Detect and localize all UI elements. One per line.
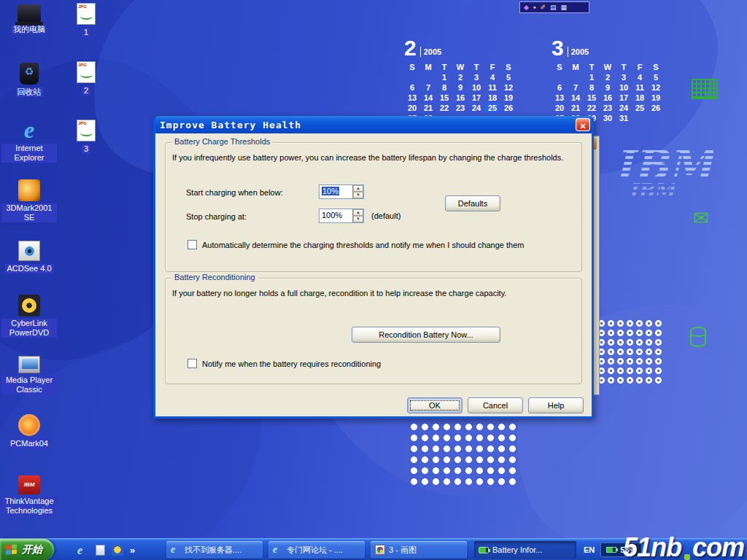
media-player-classic-icon [18,356,40,373]
icon-label: CyberLink PowerDVD [1,319,57,338]
calendar-day: 9 [452,82,468,93]
close-icon [579,119,586,131]
start-button[interactable]: 开始 [0,539,54,560]
pen-icon[interactable]: ✐ [541,4,546,11]
spin-down-button[interactable] [353,192,363,198]
icon-label: ACDSee 4.0 [5,264,53,273]
recondition-battery-button[interactable]: Recondition Battery Now... [352,327,500,343]
calendar-day: 30 [600,113,616,123]
desktop-icon-powerdvd[interactable]: CyberLink PowerDVD [1,295,57,338]
watermark-dot-icon [684,554,690,560]
calendar-day-header: M [420,62,436,72]
ie-quick-launch-icon[interactable] [77,544,89,556]
task-button-server-not-found[interactable]: 找不到服务器.... [166,541,263,559]
calendar-day: 21 [568,103,584,113]
calendar-day: 11 [484,82,500,93]
calendar-day: 3 [616,72,632,82]
calendar-day [568,72,584,82]
desktop-icon-pcmark04[interactable]: PCMark04 [1,414,57,449]
icon-label: Internet Explorer [1,144,57,163]
dot-icon[interactable]: ● [533,5,536,9]
stop-charging-spinner[interactable]: 100% [319,209,364,223]
calendar-day: 19 [648,93,664,103]
internet-explorer-icon [18,118,41,141]
diamond-icon[interactable]: ◆ [524,4,529,11]
desktop-icon-internet-explorer[interactable]: Internet Explorer [1,118,57,163]
defaults-button[interactable]: Defaults [445,195,500,211]
calendar-day [632,113,648,123]
desktop-icon-3dmark2001[interactable]: 3DMark2001 SE [1,179,57,223]
desktop-icon-media-player-classic[interactable]: Media Player Classic [1,356,57,395]
calendar-day: 9 [600,82,616,93]
calendar-day: 17 [468,93,484,103]
spin-up-button[interactable] [353,185,363,192]
spinner-value-area[interactable]: 100% [320,209,352,222]
desktop-icon-acdsee[interactable]: ACDSee 4.0 [1,241,57,274]
help-button[interactable]: Help [528,397,584,413]
envelope-icon: ✉ [693,209,709,228]
thinkvantage-icon [18,475,40,494]
battery-tray-icon [606,547,616,553]
battery-health-dialog: Improve Battery Health Battery Charge Th… [153,116,594,419]
battery-reconditioning-group: Battery Reconditioning If your battery n… [165,278,582,384]
chevron-up-icon [354,186,363,191]
watermark-tld: com [692,532,744,560]
grid-small-icon[interactable]: ▦ [561,4,568,11]
icon-label: 我的电脑 [12,25,47,34]
quick-launch-overflow-chevron[interactable] [130,543,135,556]
close-button[interactable] [576,118,590,131]
task-button-label: 找不到服务器.... [185,545,241,556]
thresholds-description: If you infrequently use battery power, y… [172,153,563,162]
document-quick-launch-icon[interactable] [96,545,105,556]
calendar-day: 3 [468,72,484,82]
icon-label: ThinkVantage Technologies [1,497,57,516]
file-label: 2 [82,86,90,96]
start-charging-spinner[interactable]: 10% [319,184,364,199]
watermark-51nb: 51nb com [623,532,744,560]
dialog-titlebar[interactable]: Improve Battery Health [155,116,592,133]
calendar-day: 24 [468,103,484,113]
calendar-day: 5 [648,72,664,82]
list-icon[interactable]: ▤ [550,4,557,11]
task-button-paint[interactable]: 3 - 画图 [371,541,467,559]
notify-reconditioning-checkbox[interactable] [187,359,197,368]
calendar-month-title: 3 2005 [551,38,664,58]
desktop-file-2[interactable]: 2 [70,61,102,96]
task-button-battery-information[interactable]: Battery Infor... [474,541,576,559]
auto-thresholds-checkbox[interactable] [187,240,197,249]
cancel-button[interactable]: Cancel [468,397,523,413]
calendar-day-header: S [500,62,516,72]
spin-up-button[interactable] [353,209,363,216]
desktop-icon-my-computer[interactable]: 我的电脑 [1,4,57,35]
calendar-month-title: 2 2005 [404,38,516,58]
calendar-day: 14 [420,93,436,103]
stop-charging-value: 100% [322,211,342,219]
utility-toolbar[interactable]: ◆ ● ✐ ▤ ▦ [519,1,589,13]
internet-explorer-icon [171,545,181,555]
calendar-day: 23 [452,103,468,113]
ring-dot-pattern [597,319,664,386]
grid-icon [692,79,718,99]
calendar-february: 2 2005 SMTWTFS12345678910111213141516171… [404,38,516,123]
calendar-day: 4 [632,72,648,82]
desktop-icon-thinkvantage[interactable]: ThinkVantage Technologies [1,475,57,516]
chevron-up-icon [354,210,363,215]
calendar-day: 31 [616,113,632,123]
task-button-forum[interactable]: 专门网论坛 - .... [268,541,365,559]
spin-down-button[interactable] [353,216,363,222]
desktop-icon-recycle-bin[interactable]: 回收站 [1,63,57,98]
calendar-day: 25 [632,103,648,113]
ok-button[interactable]: OK [407,397,462,413]
battery-icon [479,547,489,553]
media-quick-launch-icon[interactable] [112,544,123,556]
calendar-month-number: 2 [404,38,417,58]
desktop-file-1[interactable]: 1 [70,3,102,38]
desktop-file-3[interactable]: 3 [70,120,102,155]
spinner-value-area[interactable]: 10% [320,185,352,198]
calendar-day: 24 [616,103,632,113]
calendar-day: 12 [500,82,516,93]
language-indicator[interactable]: EN [584,545,595,554]
calendar-day: 23 [600,103,616,113]
calendar-day [648,113,664,123]
calendar-day-header: T [584,62,600,72]
